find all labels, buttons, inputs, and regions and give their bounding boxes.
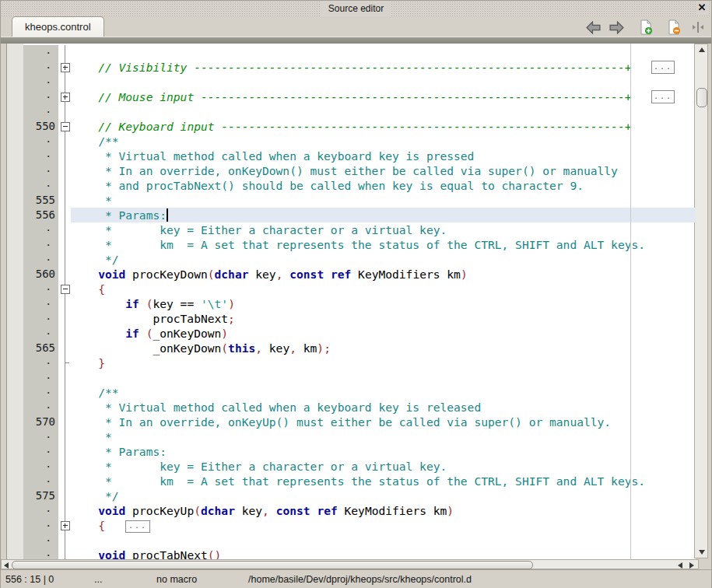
- fold-margin[interactable]: [58, 60, 71, 75]
- code-line[interactable]: · void procKeyUp(dchar key, const ref Ke…: [7, 503, 696, 518]
- tab-kheops-control[interactable]: kheops.control: [12, 16, 104, 37]
- fold-margin[interactable]: [58, 518, 71, 533]
- code-text[interactable]: procTabNext;: [71, 311, 696, 326]
- code-line[interactable]: · /**: [7, 385, 696, 400]
- go-forward-button[interactable]: [607, 19, 626, 36]
- collapsed-fold-ellipsis[interactable]: ...: [651, 90, 675, 103]
- code-line[interactable]: · /**: [7, 134, 696, 149]
- fold-margin[interactable]: [58, 119, 71, 134]
- code-editor[interactable]: ·· // Visibility -----------------------…: [6, 44, 696, 559]
- scroll-down-icon[interactable]: [699, 550, 705, 555]
- horizontal-scrollbar[interactable]: [1, 559, 699, 569]
- code-text[interactable]: // Visibility --------------------------…: [71, 60, 696, 75]
- code-line[interactable]: · if (_onKeyDown): [7, 326, 696, 341]
- code-text[interactable]: /**: [71, 134, 696, 149]
- code-line[interactable]: · {...: [7, 518, 696, 533]
- code-line[interactable]: · procTabNext;: [7, 311, 696, 326]
- code-text[interactable]: *: [71, 193, 696, 208]
- code-line[interactable]: · * km = A set that represents the statu…: [7, 237, 696, 252]
- code-text[interactable]: * key = Either a character or a virtual …: [71, 459, 696, 474]
- code-text[interactable]: [71, 370, 696, 385]
- code-line[interactable]: ·: [7, 75, 696, 89]
- fold-margin[interactable]: [58, 89, 71, 104]
- title-bar[interactable]: Source editor ✕: [1, 1, 711, 16]
- scroll-up-icon[interactable]: [699, 47, 705, 52]
- code-line[interactable]: ·: [7, 45, 696, 60]
- code-text[interactable]: [71, 45, 696, 60]
- code-line[interactable]: 575 */: [7, 488, 696, 503]
- code-text[interactable]: // Keyboard input ----------------------…: [71, 119, 696, 134]
- code-text[interactable]: * km = A set that represents the status …: [71, 237, 696, 252]
- close-icon[interactable]: ✕: [696, 2, 708, 14]
- code-text[interactable]: [71, 533, 696, 548]
- fold-expand-icon[interactable]: [61, 63, 70, 72]
- code-line[interactable]: · * In an override, onKeyDown() must eit…: [7, 163, 696, 178]
- code-line[interactable]: · }: [7, 355, 696, 370]
- code-line[interactable]: · if (key == '\t'): [7, 296, 696, 311]
- fold-expand-icon[interactable]: [61, 521, 70, 530]
- code-text[interactable]: * Params:: [71, 444, 696, 459]
- code-text[interactable]: if (key == '\t'): [71, 296, 696, 311]
- code-text[interactable]: void procKeyDown(dchar key, const ref Ke…: [71, 267, 696, 282]
- code-line[interactable]: ·: [7, 104, 696, 119]
- code-text[interactable]: [71, 75, 696, 89]
- code-line[interactable]: · // Visibility ------------------------…: [7, 60, 696, 75]
- code-line[interactable]: 560 void procKeyDown(dchar key, const re…: [7, 267, 696, 282]
- scroll-left-end-icon[interactable]: [678, 562, 682, 569]
- code-text[interactable]: _onKeyDown(this, key, km);: [71, 341, 696, 355]
- horizontal-scrollbar-thumb[interactable]: [12, 561, 533, 569]
- code-text[interactable]: * In an override, onKeyUp() must either …: [71, 415, 696, 429]
- remove-document-button[interactable]: [665, 19, 683, 36]
- scroll-right-icon[interactable]: [689, 562, 694, 569]
- fold-expand-icon[interactable]: [61, 93, 70, 102]
- code-line[interactable]: · // Mouse input -----------------------…: [7, 89, 696, 104]
- code-text[interactable]: {: [71, 282, 696, 296]
- code-text[interactable]: * and procTabNext() should be called whe…: [71, 178, 696, 193]
- code-text[interactable]: void procKeyUp(dchar key, const ref KeyM…: [71, 503, 696, 518]
- code-text[interactable]: */: [71, 488, 696, 503]
- vertical-scrollbar[interactable]: [694, 44, 708, 558]
- code-line[interactable]: ·: [7, 370, 696, 385]
- code-line[interactable]: · * Virtual method called when a keyboar…: [7, 400, 696, 415]
- code-line[interactable]: · */: [7, 252, 696, 267]
- code-line[interactable]: ·: [7, 533, 696, 548]
- code-text[interactable]: * Virtual method called when a keyboard …: [71, 400, 696, 415]
- fold-collapse-icon[interactable]: [61, 285, 70, 294]
- code-line[interactable]: · * km = A set that represents the statu…: [7, 474, 696, 488]
- code-line[interactable]: · * key = Either a character or a virtua…: [7, 222, 696, 237]
- code-line[interactable]: · * Params:: [7, 444, 696, 459]
- go-back-button[interactable]: [584, 19, 602, 36]
- code-line[interactable]: 556 * Params:: [7, 208, 696, 222]
- code-text[interactable]: *: [71, 429, 696, 444]
- code-line[interactable]: · {: [7, 282, 696, 296]
- code-text[interactable]: * key = Either a character or a virtual …: [71, 222, 696, 237]
- code-text[interactable]: * Virtual method called when a keyboard …: [71, 149, 696, 163]
- vertical-scrollbar-thumb[interactable]: [696, 88, 707, 107]
- code-text[interactable]: // Mouse input -------------------------…: [71, 89, 696, 104]
- add-document-button[interactable]: [637, 19, 655, 36]
- code-text[interactable]: * In an override, onKeyDown() must eithe…: [71, 163, 696, 178]
- code-line[interactable]: · * Virtual method called when a keyboar…: [7, 149, 696, 163]
- collapsed-fold-ellipsis[interactable]: ...: [125, 520, 150, 533]
- code-text[interactable]: */: [71, 252, 696, 267]
- code-line[interactable]: 570 * In an override, onKeyUp() must eit…: [7, 415, 696, 429]
- split-view-button[interactable]: [691, 19, 705, 36]
- code-text[interactable]: /**: [71, 385, 696, 400]
- code-text[interactable]: if (_onKeyDown): [71, 326, 696, 341]
- code-line[interactable]: · *: [7, 429, 696, 444]
- code-line[interactable]: 550 // Keyboard input ------------------…: [7, 119, 696, 134]
- code-text[interactable]: * km = A set that represents the status …: [71, 474, 696, 488]
- code-text[interactable]: * Params:: [71, 208, 696, 222]
- collapsed-fold-ellipsis[interactable]: ...: [651, 61, 675, 74]
- fold-margin[interactable]: [58, 282, 71, 296]
- fold-collapse-icon[interactable]: [61, 122, 70, 131]
- code-text[interactable]: [71, 104, 696, 119]
- code-line[interactable]: · void procTabNext(): [7, 548, 696, 559]
- code-text[interactable]: {...: [71, 518, 696, 533]
- code-line[interactable]: · * key = Either a character or a virtua…: [7, 459, 696, 474]
- code-line[interactable]: 565 _onKeyDown(this, key, km);: [7, 341, 696, 355]
- code-line[interactable]: 555 *: [7, 193, 696, 208]
- code-text[interactable]: }: [71, 355, 696, 370]
- scroll-left-icon[interactable]: [4, 562, 9, 569]
- code-line[interactable]: · * and procTabNext() should be called w…: [7, 178, 696, 193]
